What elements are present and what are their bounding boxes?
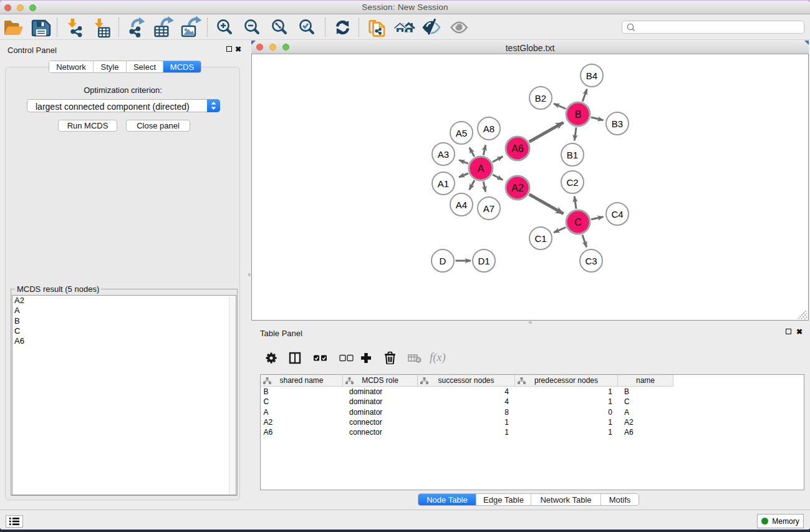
svg-text:B: B <box>575 109 582 120</box>
svg-text:D1: D1 <box>478 256 489 266</box>
svg-text:B1: B1 <box>567 150 578 160</box>
svg-text:C1: C1 <box>534 233 546 244</box>
svg-text:f(x): f(x) <box>430 351 446 364</box>
svg-text:D: D <box>440 256 446 266</box>
svg-text:A2: A2 <box>511 183 524 193</box>
svg-text:A8: A8 <box>483 123 494 134</box>
svg-text:C: C <box>574 217 582 228</box>
svg-text:A1: A1 <box>438 178 449 189</box>
svg-text:A4: A4 <box>456 200 467 210</box>
svg-text:B2: B2 <box>535 93 546 104</box>
svg-text:C2: C2 <box>566 177 578 188</box>
svg-text:C4: C4 <box>611 209 623 220</box>
svg-text:B4: B4 <box>586 70 597 81</box>
svg-text:A5: A5 <box>456 128 467 138</box>
svg-text:A6: A6 <box>511 143 524 154</box>
svg-text:C3: C3 <box>585 256 597 266</box>
svg-text:A3: A3 <box>438 149 449 160</box>
svg-text:A: A <box>478 163 485 174</box>
svg-text:A7: A7 <box>483 203 494 214</box>
svg-text:B3: B3 <box>612 118 623 129</box>
